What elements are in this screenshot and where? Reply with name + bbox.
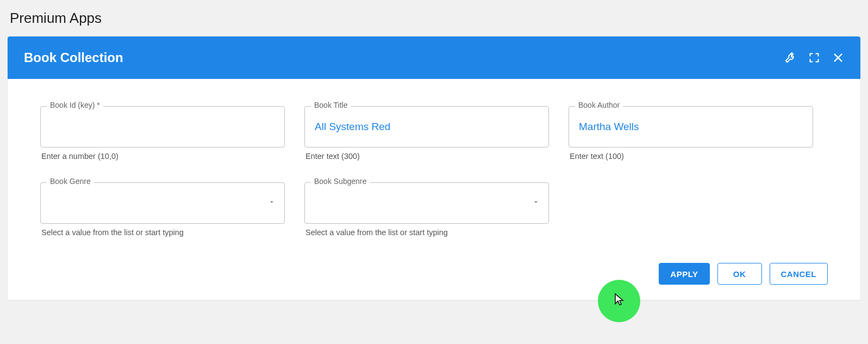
page-title: Premium Apps [0, 0, 868, 36]
field-label-book-subgenre: Book Subgenre [311, 177, 370, 186]
field-hint-book-subgenre: Select a value from the list or start ty… [304, 228, 549, 237]
field-book-genre: Book Genre Select a value from the list … [40, 182, 285, 237]
close-icon[interactable] [832, 52, 844, 64]
cursor-icon [614, 293, 625, 309]
tools-icon[interactable] [784, 52, 796, 64]
panel-actions [784, 52, 844, 64]
panel-title: Book Collection [24, 50, 123, 65]
ok-button[interactable]: OK [717, 263, 762, 285]
field-hint-book-author: Enter text (100) [569, 152, 813, 161]
book-author-input[interactable] [578, 120, 804, 133]
book-id-input-box[interactable] [40, 106, 285, 148]
panel-body: Book Id (key) * Enter a number (10,0) Bo… [8, 79, 860, 300]
field-label-book-author: Book Author [575, 101, 623, 109]
book-genre-select[interactable] [49, 196, 276, 210]
form-grid: Book Id (key) * Enter a number (10,0) Bo… [40, 106, 828, 237]
book-title-input-box[interactable] [304, 106, 549, 148]
field-hint-book-genre: Select a value from the list or start ty… [40, 228, 285, 237]
field-label-book-genre: Book Genre [47, 177, 94, 186]
cancel-button[interactable]: CANCEL [770, 263, 828, 285]
book-genre-select-box[interactable] [40, 182, 285, 224]
field-label-book-id: Book Id (key) * [47, 101, 103, 109]
book-title-input[interactable] [314, 120, 540, 133]
book-subgenre-select-box[interactable] [304, 182, 549, 224]
apply-button[interactable]: APPLY [659, 263, 709, 285]
fullscreen-icon[interactable] [808, 52, 820, 64]
book-id-input[interactable] [49, 120, 276, 133]
field-book-author: Book Author Enter text (100) [569, 106, 813, 161]
panel-header: Book Collection [8, 36, 860, 79]
book-author-input-box[interactable] [569, 106, 813, 148]
field-book-title: Book Title Enter text (300) [304, 106, 549, 161]
field-label-book-title: Book Title [311, 101, 351, 109]
cursor-highlight [598, 280, 640, 322]
book-collection-panel: Book Collection [8, 36, 860, 300]
field-book-subgenre: Book Subgenre Select a value from the li… [304, 182, 549, 237]
field-book-id: Book Id (key) * Enter a number (10,0) [40, 106, 285, 161]
field-hint-book-id: Enter a number (10,0) [40, 152, 285, 161]
field-hint-book-title: Enter text (300) [304, 152, 549, 161]
book-subgenre-select[interactable] [314, 196, 540, 210]
button-bar: APPLY OK CANCEL [40, 263, 828, 285]
